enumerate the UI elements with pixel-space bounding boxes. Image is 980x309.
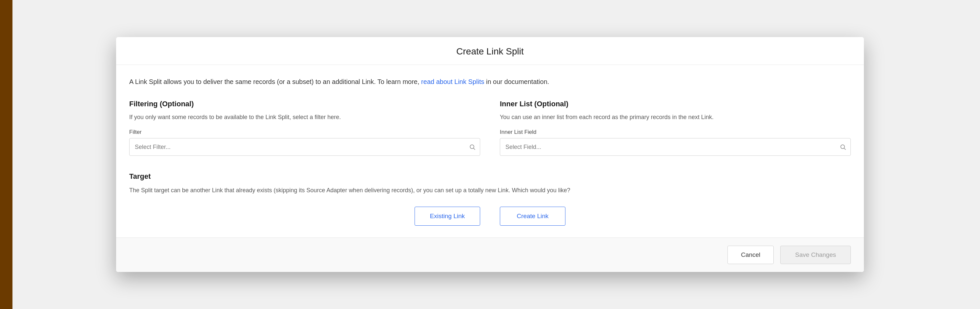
cancel-button[interactable]: Cancel	[727, 246, 774, 264]
filtering-description: If you only want some records to be avai…	[129, 113, 480, 122]
intro-text-before: A Link Split allows you to deliver the s…	[129, 78, 420, 85]
modal-backdrop: Create Link Split A Link Split allows yo…	[0, 0, 980, 309]
filter-input-wrapper	[129, 138, 480, 156]
filtering-section: Filtering (Optional) If you only want so…	[129, 100, 480, 156]
inner-list-field-label: Inner List Field	[500, 129, 851, 135]
target-buttons-group: Existing Link Create Link	[129, 207, 851, 226]
modal-header: Create Link Split	[116, 37, 864, 65]
intro-text-after: in our documentation.	[486, 78, 549, 85]
filter-label: Filter	[129, 129, 480, 135]
search-icon	[840, 144, 846, 150]
svg-line-1	[474, 148, 475, 150]
background-sidebar	[0, 0, 13, 309]
svg-line-3	[844, 148, 846, 150]
intro-paragraph: A Link Split allows you to deliver the s…	[129, 77, 851, 87]
inner-list-input-wrapper	[500, 138, 851, 156]
search-icon	[469, 144, 476, 150]
filtering-title: Filtering (Optional)	[129, 100, 480, 108]
modal-title: Create Link Split	[129, 46, 851, 57]
svg-point-2	[841, 145, 845, 148]
inner-list-search-icon-button[interactable]	[840, 144, 846, 150]
inner-list-description: You can use an inner list from each reco…	[500, 113, 851, 122]
link-splits-documentation-link[interactable]: read about Link Splits	[421, 78, 486, 85]
modal-footer: Cancel Save Changes	[116, 237, 864, 272]
target-description: The Split target can be another Link tha…	[129, 186, 851, 195]
inner-list-field-input[interactable]	[500, 138, 851, 156]
target-title: Target	[129, 172, 851, 181]
two-col-section: Filtering (Optional) If you only want so…	[129, 100, 851, 156]
save-changes-button[interactable]: Save Changes	[780, 246, 851, 264]
modal-body: A Link Split allows you to deliver the s…	[116, 65, 864, 237]
modal-container: Create Link Split A Link Split allows yo…	[116, 37, 864, 272]
inner-list-title: Inner List (Optional)	[500, 100, 851, 108]
svg-point-0	[470, 145, 474, 148]
existing-link-button[interactable]: Existing Link	[415, 207, 480, 226]
create-link-button[interactable]: Create Link	[500, 207, 565, 226]
filter-search-icon-button[interactable]	[469, 144, 476, 150]
target-section: Target The Split target can be another L…	[129, 172, 851, 226]
inner-list-section: Inner List (Optional) You can use an inn…	[500, 100, 851, 156]
filter-input[interactable]	[129, 138, 480, 156]
